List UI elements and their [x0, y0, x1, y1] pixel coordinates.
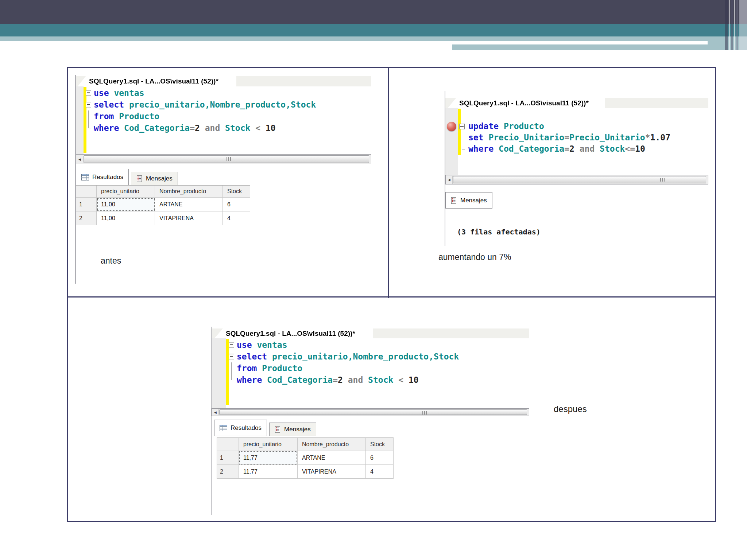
- sql-token: [343, 375, 348, 385]
- document-tab[interactable]: SQLQuery1.sql - LA...OS\visual11 (52))*: [448, 98, 605, 108]
- scroll-left-arrow-icon[interactable]: ◄: [212, 409, 219, 415]
- scroll-left-arrow-icon[interactable]: ◄: [77, 155, 83, 163]
- tab-resultados[interactable]: Resultados: [76, 169, 129, 185]
- sql-token: =: [333, 375, 338, 385]
- sql-token: [114, 112, 119, 121]
- grid-cell[interactable]: 11,77: [239, 465, 298, 479]
- horizontal-scrollbar[interactable]: ◄: [445, 175, 708, 184]
- grid-header-row: precio_unitarioNombre_productoStock: [76, 186, 250, 198]
- sql-code[interactable]: update Productoset Precio_Unitario=Preci…: [459, 108, 708, 175]
- sql-token: precio_unitario,Nombre_producto,Stock: [129, 100, 316, 109]
- code-line: select precio_unitario,Nombre_producto,S…: [86, 99, 371, 110]
- results-tabbar: Resultados Mensajes: [76, 169, 178, 185]
- header-edge-stripe: [736, 0, 738, 50]
- header-bar-dark: [0, 0, 747, 24]
- sql-token: 10: [409, 375, 419, 385]
- grid-cell[interactable]: VITAPIRENA: [298, 465, 366, 479]
- horizontal-scrollbar[interactable]: ◄: [212, 408, 529, 416]
- document-tabstrip: SQLQuery1.sql - LA...OS\visual11 (52))*: [76, 76, 371, 87]
- sql-token: [220, 123, 225, 133]
- scrollbar-thumb[interactable]: [219, 409, 527, 415]
- grid-header-cell[interactable]: precio_unitario: [239, 438, 298, 451]
- grid-row: 111,00ARTANE6: [76, 198, 250, 211]
- sql-editor[interactable]: update Productoset Precio_Unitario=Preci…: [445, 108, 708, 175]
- sql-token: [252, 340, 257, 350]
- sql-token: [494, 144, 499, 153]
- grid-cell[interactable]: 6: [366, 451, 394, 465]
- code-line: where Cod_Categoria=2 and Stock < 10: [229, 374, 529, 386]
- tab-mensajes[interactable]: Mensajes: [131, 172, 178, 185]
- sql-token: where: [237, 375, 262, 385]
- sql-token: select: [237, 352, 267, 361]
- sql-code[interactable]: use ventasselect precio_unitario,Nombre_…: [229, 338, 529, 408]
- sql-token: [363, 375, 368, 385]
- code-line: use ventas: [229, 339, 529, 351]
- grid-header-cell[interactable]: [217, 438, 239, 451]
- grid-header-cell[interactable]: Nombre_producto: [155, 186, 223, 198]
- sql-token: ventas: [257, 340, 287, 350]
- row-number-cell[interactable]: 2: [217, 465, 239, 479]
- grid-header-cell[interactable]: [76, 186, 97, 198]
- document-tab[interactable]: SQLQuery1.sql - LA...OS\visual11 (52))*: [214, 328, 373, 339]
- grid-cell[interactable]: 11,77: [239, 451, 298, 465]
- sql-token: Cod_Categoria: [267, 375, 333, 385]
- breakpoint-icon[interactable]: [447, 122, 456, 131]
- results-grid-icon: [220, 425, 227, 431]
- row-number-cell[interactable]: 2: [76, 211, 97, 225]
- editor-gutter: [445, 108, 458, 175]
- sql-token: use: [237, 340, 252, 350]
- scrollbar-thumb[interactable]: [84, 155, 369, 163]
- scroll-left-arrow-icon[interactable]: ◄: [446, 176, 453, 184]
- header-bar-teal: [0, 24, 747, 36]
- fold-tick-icon: [86, 122, 91, 134]
- tab-mensajes-label: Mensajes: [284, 426, 311, 433]
- fold-minus-icon: [86, 90, 91, 96]
- row-number-cell[interactable]: 1: [217, 451, 239, 465]
- grid-cell[interactable]: 6: [223, 198, 250, 211]
- code-line: update Producto: [459, 121, 708, 132]
- sql-token: [574, 144, 580, 153]
- sql-token: update: [468, 121, 499, 131]
- document-tab[interactable]: SQLQuery1.sql - LA...OS\visual11 (52))*: [77, 76, 236, 87]
- sql-token: =: [564, 144, 569, 153]
- tab-mensajes[interactable]: Mensajes: [269, 423, 316, 436]
- label-antes: antes: [101, 256, 121, 266]
- grid-header-cell[interactable]: precio_unitario: [97, 186, 155, 198]
- sql-token: =: [190, 123, 195, 133]
- fold-minus-icon: [459, 124, 465, 129]
- grid-cell[interactable]: 11,00: [97, 211, 155, 225]
- grid-header-cell[interactable]: Stock: [366, 438, 394, 451]
- fold-line-icon: [229, 362, 234, 374]
- grid-row: 211,00VITAPIRENA4: [76, 211, 250, 225]
- fold-tick-icon: [459, 143, 465, 155]
- header-strip-white: [452, 41, 708, 44]
- tab-resultados[interactable]: Resultados: [214, 420, 267, 436]
- row-number-cell[interactable]: 1: [76, 198, 97, 211]
- scrollbar-grip-icon: [422, 411, 428, 415]
- horizontal-scrollbar[interactable]: ◄: [76, 154, 371, 164]
- grid-cell[interactable]: ARTANE: [298, 451, 366, 465]
- document-tabstrip: SQLQuery1.sql - LA...OS\visual11 (52))*: [445, 98, 708, 108]
- messages-pane: (3 filas afectadas): [445, 209, 708, 246]
- sql-token: from: [94, 112, 114, 121]
- document-tab-label: SQLQuery1.sql - LA...OS\visual11 (52))*: [89, 77, 218, 85]
- results-grid-icon: [81, 174, 89, 180]
- sql-editor[interactable]: use ventasselect precio_unitario,Nombre_…: [212, 338, 529, 408]
- fold-minus-icon: [229, 342, 234, 348]
- grid-header-cell[interactable]: Stock: [223, 186, 250, 198]
- sql-editor[interactable]: use ventasselect precio_unitario,Nombre_…: [76, 86, 371, 154]
- sql-token: *: [645, 133, 650, 142]
- scrollbar-thumb[interactable]: [453, 176, 706, 183]
- sql-token: [267, 352, 272, 361]
- sql-token: [109, 88, 114, 98]
- sql-code[interactable]: use ventasselect precio_unitario,Nombre_…: [86, 86, 371, 154]
- grid-cell[interactable]: ARTANE: [155, 198, 223, 211]
- grid-cell[interactable]: 4: [366, 465, 394, 479]
- grid-cell[interactable]: 11,00: [97, 198, 155, 211]
- grid-header-cell[interactable]: Nombre_producto: [298, 438, 366, 451]
- grid-cell[interactable]: 4: [223, 211, 250, 225]
- tab-mensajes[interactable]: Mensajes: [445, 192, 492, 209]
- scrollbar-grip-icon: [227, 157, 232, 161]
- results-grid: precio_unitarioNombre_productoStock111,0…: [76, 185, 250, 225]
- grid-cell[interactable]: VITAPIRENA: [155, 211, 223, 225]
